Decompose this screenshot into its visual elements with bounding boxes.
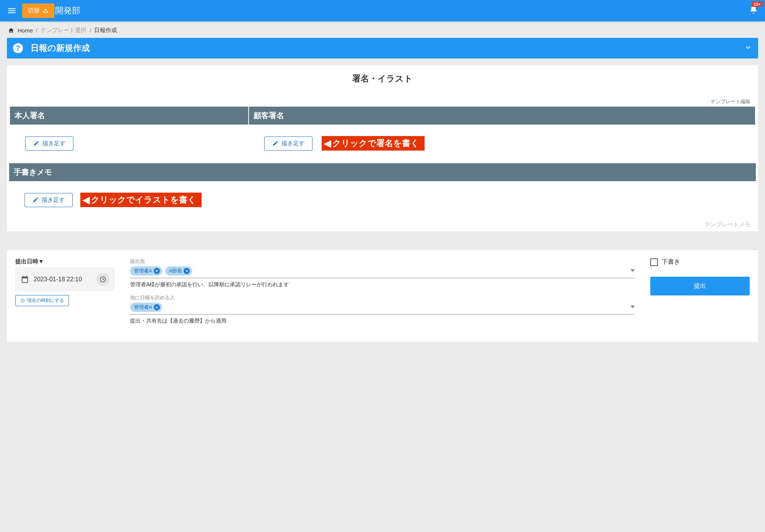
page-title: 日報の新規作成 — [31, 42, 737, 54]
dest-chip: 管理者A ✕ — [130, 266, 162, 276]
edit-template-link[interactable]: テンプレート編集 — [9, 98, 756, 105]
dest-chip: A部長 ✕ — [165, 266, 192, 276]
calendar-icon — [21, 275, 29, 284]
callout-sign: ◀ クリックで署名を書く — [322, 136, 425, 151]
share-chip: 管理者A ✕ — [130, 303, 162, 312]
share-helper: 提出・共有先は【過去の履歴】から適用 — [130, 318, 635, 324]
dest-label: 提出先 — [130, 258, 635, 265]
app-header: 切替 開発部 10+ — [0, 0, 765, 21]
switch-button-label: 切替 — [28, 7, 40, 15]
draft-checkbox-row: 下書き — [650, 258, 750, 266]
submit-column: 下書き 提出 — [650, 258, 750, 331]
breadcrumb-home[interactable]: Home — [18, 27, 33, 34]
destination-column: 提出先 管理者A ✕ A部長 ✕ 管理者A様が最初の承認を行い、以降順に承認リレ… — [130, 258, 635, 331]
home-icon — [8, 27, 15, 34]
switch-button[interactable]: 切替 — [22, 3, 54, 18]
breadcrumb-current: 日報作成 — [94, 27, 117, 34]
memo-cell: 描き足す ◀ クリックでイラストを書く — [9, 181, 756, 219]
department-name: 開発部 — [55, 5, 80, 16]
clock-icon — [99, 276, 106, 283]
callout-illust: ◀ クリックでイラストを書く — [80, 193, 202, 207]
pencil-icon — [33, 140, 39, 146]
arrow-left-icon: ◀ — [324, 139, 331, 148]
collapse-toggle[interactable] — [744, 44, 752, 53]
draw-memo-button[interactable]: 描き足す — [24, 193, 73, 207]
remove-chip-icon[interactable]: ✕ — [184, 268, 190, 274]
menu-icon[interactable] — [7, 6, 17, 16]
pencil-icon — [33, 197, 39, 203]
time-button[interactable] — [96, 273, 109, 286]
clock-icon — [20, 298, 25, 303]
draft-checkbox[interactable] — [650, 258, 658, 266]
remove-chip-icon[interactable]: ✕ — [154, 304, 160, 310]
share-select[interactable]: 管理者A ✕ — [130, 303, 635, 315]
breadcrumb-template-select[interactable]: テンプレート選択 — [41, 27, 86, 34]
dest-helper: 管理者A様が最初の承認を行い、以降順に承認リレーが行われます — [130, 281, 635, 288]
draw-customer-sign-button[interactable]: 描き足す — [264, 136, 313, 151]
pencil-icon — [272, 140, 278, 146]
share-label: 他に日報を読める人 — [130, 294, 635, 301]
date-picker[interactable]: 2023-01-18 22:10 — [15, 268, 115, 291]
signature-table: 本人署名 顧客署名 描き足す 描き足す ◀ クリックで署名を書く — [9, 107, 756, 162]
template-memo-link[interactable]: テンプレートメモ — [9, 219, 756, 229]
customer-sign-cell: 描き足す ◀ クリックで署名を書く — [249, 125, 755, 162]
help-icon[interactable]: ? — [13, 43, 23, 53]
notification-badge: 10+ — [752, 2, 763, 7]
card-title: 署名・イラスト — [9, 73, 756, 84]
submit-button[interactable]: 提出 — [650, 277, 750, 295]
memo-header: 手書きメモ — [9, 163, 756, 181]
breadcrumb-separator: / — [36, 27, 37, 34]
dest-select[interactable]: 管理者A ✕ A部長 ✕ — [130, 266, 635, 278]
dropdown-icon[interactable] — [630, 304, 635, 311]
customer-sign-header: 顧客署名 — [249, 107, 755, 125]
submit-panel: 提出日時▼ 2023-01-18 22:10 現在の時刻にする 提出先 管理者A… — [7, 250, 758, 342]
chevron-down-icon — [744, 44, 752, 51]
self-sign-header: 本人署名 — [10, 107, 248, 125]
draft-label: 下書き — [662, 258, 680, 266]
arrow-left-icon: ◀ — [83, 195, 90, 204]
notifications-button[interactable]: 10+ — [749, 5, 758, 16]
date-column: 提出日時▼ 2023-01-18 22:10 現在の時刻にする — [15, 258, 115, 331]
signature-card: 署名・イラスト テンプレート編集 本人署名 顧客署名 描き足す 描き足す ◀ — [7, 65, 758, 231]
triangle-up-icon — [42, 7, 49, 14]
draw-self-sign-button[interactable]: 描き足す — [25, 136, 73, 151]
page-title-bar: ? 日報の新規作成 — [7, 38, 758, 58]
dropdown-icon[interactable] — [630, 268, 635, 274]
set-now-button[interactable]: 現在の時刻にする — [15, 295, 69, 306]
date-value: 2023-01-18 22:10 — [34, 276, 92, 283]
date-label: 提出日時▼ — [15, 258, 115, 265]
remove-chip-icon[interactable]: ✕ — [154, 268, 160, 274]
breadcrumb-separator: / — [90, 27, 91, 34]
self-sign-cell: 描き足す — [10, 125, 248, 162]
breadcrumb: Home / テンプレート選択 / 日報作成 — [0, 21, 765, 38]
